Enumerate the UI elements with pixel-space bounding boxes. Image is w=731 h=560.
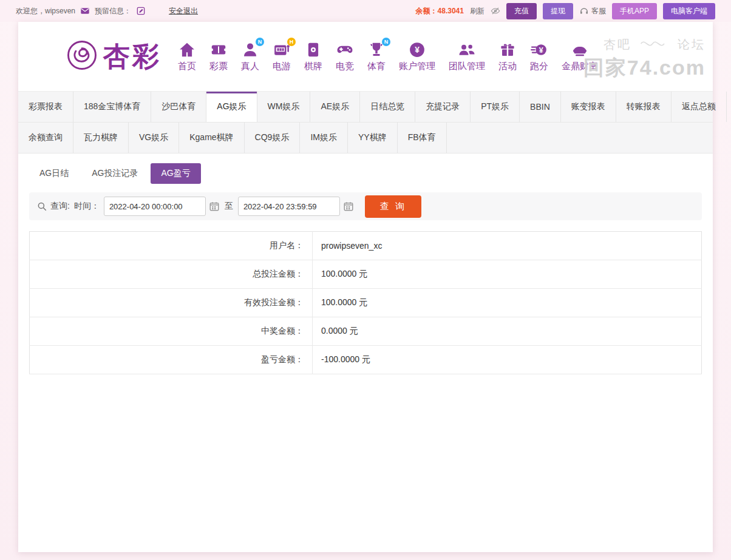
tab-pt-entertainment[interactable]: PT娱乐 (471, 92, 520, 122)
subtab-ag-bet-records[interactable]: AG投注记录 (81, 163, 148, 184)
wealth-icon (571, 41, 589, 59)
row-value: prowipseven_xc (313, 232, 702, 260)
tab-wm-entertainment[interactable]: WM娱乐 (257, 92, 311, 122)
tab-vg-entertainment[interactable]: VG娱乐 (129, 123, 179, 153)
home-icon (178, 41, 196, 59)
subtab-ag-profit-loss[interactable]: AG盈亏 (151, 163, 200, 184)
tab-ae-entertainment[interactable]: AE娱乐 (310, 92, 360, 122)
recharge-button[interactable]: 充值 (506, 3, 537, 19)
nav-item-sports[interactable]: N体育 (361, 41, 392, 72)
nav-item-activity[interactable]: 活动 (492, 41, 523, 72)
watermark-left: 杏吧 (604, 36, 631, 53)
activity-icon (498, 41, 517, 59)
nav-badge: N (256, 38, 264, 46)
nav-item-account[interactable]: ¥账户管理 (392, 41, 442, 72)
content-card: 杏彩 首页彩票N真人H电游棋牌电竞N体育¥账户管理团队管理活动¥跑分金鼎财富 杏… (18, 22, 713, 552)
nav-item-wealth[interactable]: 金鼎财富 (555, 41, 605, 72)
nav-item-live[interactable]: N真人 (234, 41, 266, 72)
query-label: 查询: (50, 201, 70, 212)
end-time-input[interactable] (238, 197, 340, 216)
nav-item-home[interactable]: 首页 (171, 41, 203, 72)
nav-label: 账户管理 (399, 61, 435, 72)
site-header: 杏彩 首页彩票N真人H电游棋牌电竞N体育¥账户管理团队管理活动¥跑分金鼎财富 杏… (18, 22, 713, 91)
tab-transfer-report[interactable]: 转账报表 (616, 92, 672, 122)
report-table: 用户名：prowipseven_xc总投注金额：100.0000 元有效投注金额… (29, 231, 702, 374)
row-value: 0.0000 元 (313, 317, 702, 346)
row-value: -100.0000 元 (313, 346, 702, 374)
query-submit-button[interactable]: 查 询 (365, 195, 421, 218)
logo[interactable]: 杏彩 (66, 39, 162, 75)
tab-deposit-withdraw-record[interactable]: 充提记录 (415, 92, 471, 122)
tab-daily-summary[interactable]: 日结总览 (360, 92, 415, 122)
reserved-info-label: 预留信息： (95, 6, 131, 16)
lottery-icon (209, 41, 228, 59)
egame-icon: H (273, 41, 291, 59)
nav-label: 金鼎财富 (562, 61, 598, 72)
tab-row-2: 余额查询瓦力棋牌VG娱乐Kgame棋牌CQ9娱乐IM娱乐YY棋牌FB体育 (18, 123, 713, 153)
tab-balance-inquiry[interactable]: 余额查询 (18, 123, 73, 153)
calendar-start-icon[interactable] (209, 201, 220, 212)
mobile-app-button[interactable]: 手机APP (612, 3, 657, 19)
tab-bbin[interactable]: BBIN (520, 92, 561, 122)
tab-yy-chess[interactable]: YY棋牌 (348, 123, 398, 153)
tab-rebate-total[interactable]: 返点总额 (672, 92, 727, 122)
logout-link[interactable]: 安全退出 (169, 6, 198, 16)
nav-item-esports[interactable]: 电竞 (329, 41, 361, 72)
tab-188-sports[interactable]: 188金宝博体育 (73, 92, 151, 122)
row-value: 100.0000 元 (313, 260, 702, 289)
nav-item-lottery[interactable]: 彩票 (203, 41, 234, 72)
withdraw-button[interactable]: 提现 (543, 3, 573, 19)
eye-off-icon[interactable] (491, 6, 500, 16)
paofen-icon: ¥ (530, 41, 548, 59)
tab-saba-sports[interactable]: 沙巴体育 (151, 92, 206, 122)
table-row: 总投注金额：100.0000 元 (30, 260, 702, 289)
headset-icon (579, 6, 589, 16)
tab-kgame-chess[interactable]: Kgame棋牌 (179, 123, 244, 153)
nav-label: 电游 (273, 61, 291, 72)
topbar: 欢迎您，wipseven 预留信息： 安全退出 余额：48.3041 刷新 充值… (0, 0, 731, 22)
mail-icon[interactable] (80, 6, 90, 16)
team-icon (458, 41, 476, 59)
pc-client-button[interactable]: 电脑客户端 (663, 3, 715, 19)
edit-icon[interactable] (136, 6, 146, 16)
customer-service-label: 客服 (591, 6, 606, 16)
account-icon: ¥ (408, 41, 426, 59)
tab-cq9-entertainment[interactable]: CQ9娱乐 (245, 123, 301, 153)
tab-wali-chess[interactable]: 瓦力棋牌 (73, 123, 129, 153)
query-bar: 查询: 时间： 至 查 询 (29, 192, 702, 220)
nav-item-chess[interactable]: 棋牌 (298, 41, 329, 72)
customer-service-link[interactable]: 客服 (579, 6, 606, 16)
refresh-button[interactable]: 刷新 (470, 6, 484, 16)
tab-fb-sports[interactable]: FB体育 (398, 123, 447, 153)
search-icon (36, 201, 47, 212)
nav-badge: N (382, 38, 390, 46)
subtab-ag-daily[interactable]: AG日结 (29, 163, 79, 184)
main-nav: 首页彩票N真人H电游棋牌电竞N体育¥账户管理团队管理活动¥跑分金鼎财富 (171, 41, 605, 72)
report-tabs: 彩票报表188金宝博体育沙巴体育AG娱乐WM娱乐AE娱乐日结总览充提记录PT娱乐… (18, 91, 713, 153)
flourish-icon (638, 38, 672, 52)
tab-lottery-report[interactable]: 彩票报表 (18, 92, 73, 122)
tab-row-1: 彩票报表188金宝博体育沙巴体育AG娱乐WM娱乐AE娱乐日结总览充提记录PT娱乐… (18, 92, 713, 123)
page: 欢迎您，wipseven 预留信息： 安全退出 余额：48.3041 刷新 充值… (0, 0, 731, 552)
calendar-end-icon[interactable] (343, 201, 354, 212)
row-label: 中奖金额： (30, 317, 313, 346)
chess-icon (304, 41, 322, 59)
tab-im-entertainment[interactable]: IM娱乐 (300, 123, 348, 153)
nav-item-egames[interactable]: H电游 (266, 41, 298, 72)
row-value: 100.0000 元 (313, 289, 702, 317)
row-label: 用户名： (30, 232, 313, 260)
tab-ag-entertainment[interactable]: AG娱乐 (206, 92, 257, 122)
balance-label: 余额： (416, 7, 438, 15)
nav-item-paofen[interactable]: ¥跑分 (523, 41, 555, 72)
nav-badge: H (287, 38, 296, 46)
nav-label: 团队管理 (449, 61, 485, 72)
report-table-body: 用户名：prowipseven_xc总投注金额：100.0000 元有效投注金额… (30, 232, 702, 374)
start-time-input[interactable] (104, 197, 206, 216)
live-icon: N (241, 41, 259, 59)
topbar-right: 余额：48.3041 刷新 充值 提现 客服 手机APP 电脑客户端 (416, 3, 715, 19)
nav-label: 棋牌 (304, 61, 322, 72)
nav-item-team[interactable]: 团队管理 (442, 41, 492, 72)
nav-label: 电竞 (336, 61, 354, 72)
balance-text: 余额：48.3041 (416, 6, 464, 16)
tab-account-change-report[interactable]: 账变报表 (561, 92, 616, 122)
